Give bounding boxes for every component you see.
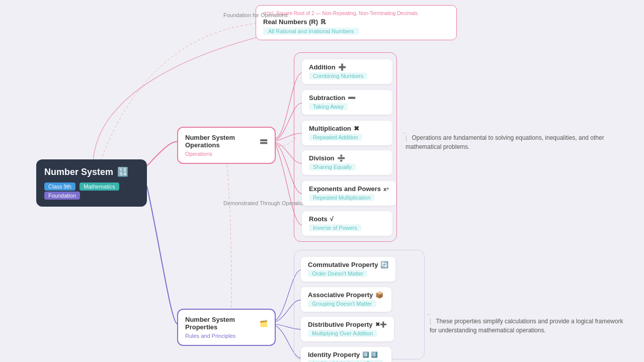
op-roots-label: Roots <box>309 215 328 223</box>
real-numbers-title: Real Numbers (R) ℝ <box>263 18 449 26</box>
prop-associative-subtitle: Grouping Doesn't Matter <box>308 300 376 307</box>
op-division-label: Division <box>309 154 335 162</box>
operations-node[interactable]: Number System Operations 🟰 Operations <box>177 127 276 164</box>
op-multiplication-title: Multiplication ✖ <box>309 125 385 132</box>
operations-node-emoji: 🟰 <box>260 138 268 145</box>
op-item-exponents[interactable]: Exponents and Powers xⁿ Repeated Multipl… <box>302 181 396 206</box>
op-roots-title: Roots √ <box>309 215 385 223</box>
real-numbers-subtitle: All Rational and Irrational Numbers <box>263 28 359 35</box>
real-numbers-label: Real Numbers (R) <box>263 18 318 26</box>
op-division-subtitle: Sharing Equally <box>309 163 356 170</box>
prop-commutative-symbol: 🔄 <box>380 261 388 268</box>
tag-mathematics[interactable]: Mathematics <box>79 183 119 191</box>
prop-identity-title: Identity Property 0️⃣ 1️⃣ <box>308 351 384 358</box>
op-addition-symbol: ➕ <box>338 63 346 71</box>
op-subtraction-label: Subtraction <box>309 94 345 102</box>
real-numbers-symbol: ℝ <box>320 18 326 26</box>
op-division-symbol: ➗ <box>337 154 345 162</box>
op-exponents-symbol: xⁿ <box>383 186 388 192</box>
prop-associative-symbol: 📦 <box>375 291 383 299</box>
prop-item-commutative[interactable]: Commutative Property 🔄 Order Doesn't Mat… <box>301 257 395 282</box>
op-addition-label: Addition <box>309 63 336 71</box>
real-numbers-box: π(π), Square Root of 2 — Non-Repeating, … <box>256 5 457 40</box>
properties-node-subtitle: Rules and Principles <box>185 333 268 339</box>
op-item-multiplication[interactable]: Multiplication ✖ Repeated Addition <box>302 121 392 145</box>
operations-node-label: Number System Operations <box>185 134 257 149</box>
prop-commutative-title: Commutative Property 🔄 <box>308 261 388 268</box>
main-node-tags: Class 9th Mathematics Foundation <box>44 182 139 200</box>
prop-item-distributive[interactable]: Distributive Property ✖➕ Multiplying Ove… <box>301 317 394 341</box>
prop-commutative-label: Commutative Property <box>308 261 378 268</box>
op-multiplication-subtitle: Repeated Addition <box>309 134 362 141</box>
main-node[interactable]: Number System 🔢 Class 9th Mathematics Fo… <box>36 159 147 207</box>
desc-props-text: These properties simplify calculations a… <box>430 318 623 334</box>
prop-item-associative[interactable]: Associative Property 📦 Grouping Doesn't … <box>301 287 391 312</box>
main-node-label: Number System <box>44 167 113 177</box>
description-properties: | These properties simplify calculations… <box>430 317 626 335</box>
prop-distributive-subtitle: Multiplying Over Addition <box>308 330 377 337</box>
op-subtraction-symbol: ➖ <box>348 94 356 102</box>
prop-associative-title: Associative Property 📦 <box>308 291 384 299</box>
op-roots-subtitle: Inverse of Powers <box>309 224 361 231</box>
prop-identity-label: Identity Property <box>308 351 360 358</box>
op-roots-symbol: √ <box>330 215 334 223</box>
properties-node-title: Number System Properties 🗂️ <box>185 316 268 331</box>
properties-node[interactable]: Number System Properties 🗂️ Rules and Pr… <box>177 309 276 346</box>
op-item-addition[interactable]: Addition ➕ Combining Numbers <box>302 59 392 84</box>
main-node-emoji: 🔢 <box>117 166 128 177</box>
operations-node-subtitle: Operations <box>185 151 268 157</box>
operations-node-title: Number System Operations 🟰 <box>185 134 268 149</box>
prop-distributive-label: Distributive Property <box>308 321 373 328</box>
op-exponents-label: Exponents and Powers <box>309 185 381 193</box>
op-subtraction-subtitle: Taking Away <box>309 103 348 110</box>
prop-identity-subtitle: Additive/Multiplicative Base <box>308 360 383 362</box>
prop-distributive-title: Distributive Property ✖➕ <box>308 321 387 328</box>
op-multiplication-symbol: ✖ <box>354 125 359 132</box>
op-multiplication-label: Multiplication <box>309 125 351 132</box>
main-node-title: Number System 🔢 <box>44 166 139 177</box>
tag-class9[interactable]: Class 9th <box>44 183 75 191</box>
op-exponents-title: Exponents and Powers xⁿ <box>309 185 389 193</box>
desc-ops-separator: | <box>406 134 407 141</box>
op-subtraction-title: Subtraction ➖ <box>309 94 385 102</box>
real-numbers-top-text: π(π), Square Root of 2 — Non-Repeating, … <box>263 11 449 16</box>
op-exponents-subtitle: Repeated Multiplication <box>309 194 374 201</box>
properties-node-label: Number System Properties <box>185 316 257 331</box>
label-foundation-ops: Foundation for Operations <box>223 12 288 18</box>
prop-commutative-subtitle: Order Doesn't Matter <box>308 270 367 277</box>
description-operations: | Operations are fundamental to solving … <box>406 133 617 151</box>
op-item-roots[interactable]: Roots √ Inverse of Powers <box>302 211 392 236</box>
prop-distributive-symbol: ✖➕ <box>375 321 387 328</box>
op-item-subtraction[interactable]: Subtraction ➖ Taking Away <box>302 90 392 115</box>
op-addition-subtitle: Combining Numbers <box>309 72 367 79</box>
desc-ops-text: Operations are fundamental to solving eq… <box>406 134 604 150</box>
op-division-title: Division ➗ <box>309 154 385 162</box>
op-item-division[interactable]: Division ➗ Sharing Equally <box>302 150 392 175</box>
prop-identity-symbol: 0️⃣ 1️⃣ <box>362 351 378 358</box>
op-addition-title: Addition ➕ <box>309 63 385 71</box>
desc-props-separator: | <box>430 318 431 325</box>
prop-associative-label: Associative Property <box>308 291 373 299</box>
tag-foundation[interactable]: Foundation <box>44 192 80 200</box>
prop-item-identity[interactable]: Identity Property 0️⃣ 1️⃣ Additive/Multi… <box>301 347 391 362</box>
properties-node-emoji: 🗂️ <box>260 320 268 327</box>
